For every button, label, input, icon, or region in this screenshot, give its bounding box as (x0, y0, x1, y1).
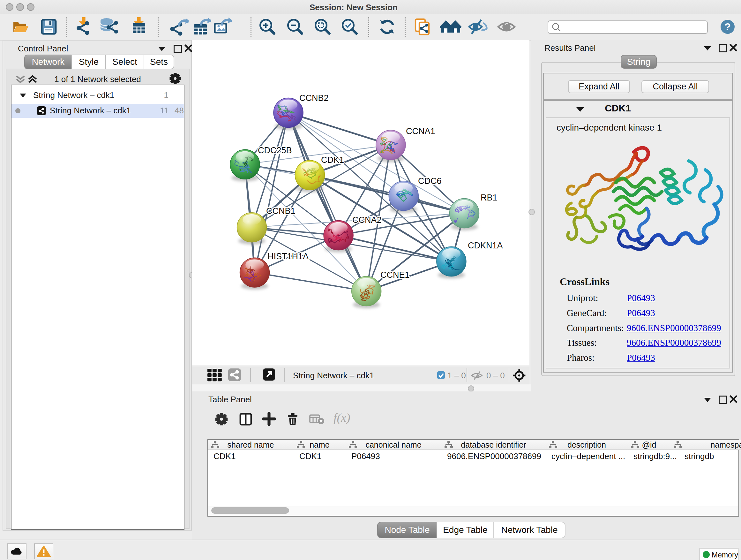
svg-text:HIST1H1A: HIST1H1A (267, 252, 309, 261)
svg-text:CCNE1: CCNE1 (381, 270, 410, 280)
svg-text:CDC25B: CDC25B (258, 145, 292, 155)
svg-text:CCNB1: CCNB1 (266, 206, 295, 216)
svg-text:CCNA2: CCNA2 (352, 215, 382, 225)
svg-text:CDC6: CDC6 (418, 176, 442, 186)
svg-text:CCNB2: CCNB2 (299, 93, 329, 103)
svg-text:CDKN1A: CDKN1A (468, 241, 503, 250)
svg-text:CCNA1: CCNA1 (406, 126, 435, 136)
svg-text:CDK1: CDK1 (321, 155, 344, 165)
svg-text:RB1: RB1 (481, 193, 497, 202)
